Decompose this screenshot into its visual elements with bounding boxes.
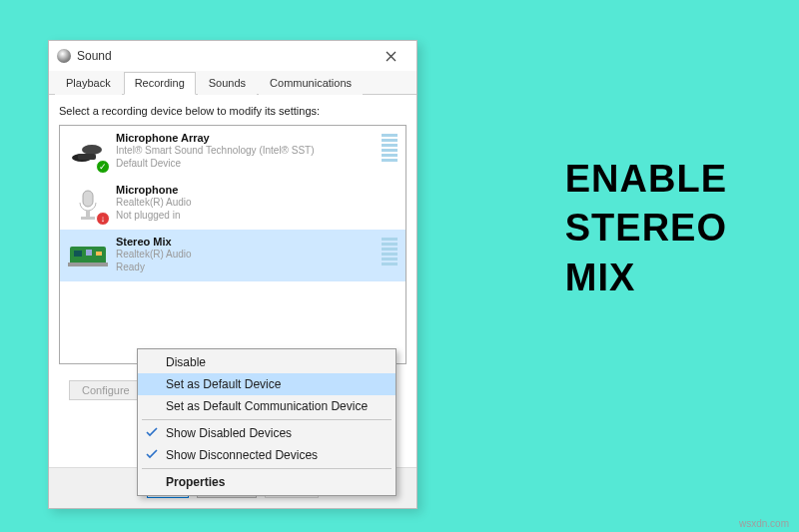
svg-rect-5 (81, 217, 95, 220)
mic-array-icon: ✓ (68, 132, 108, 172)
side-line1: ENABLE (565, 155, 727, 204)
check-badge-icon: ✓ (96, 160, 110, 174)
device-mic-array[interactable]: ✓ Microphone Array Intel® Smart Sound Te… (60, 126, 405, 178)
device-status: Ready (116, 261, 374, 273)
checkmark-icon (146, 448, 158, 460)
menu-label: Show Disabled Devices (166, 426, 292, 440)
menu-properties[interactable]: Properties (138, 471, 396, 493)
device-status: Default Device (116, 157, 374, 170)
watermark: wsxdn.com (739, 518, 789, 529)
svg-rect-8 (86, 250, 92, 256)
svg-rect-9 (96, 252, 102, 256)
svg-point-1 (82, 145, 102, 155)
sound-dialog: Sound Playback Recording Sounds Communic… (48, 40, 417, 509)
menu-show-disconnected[interactable]: Show Disconnected Devices (138, 444, 396, 466)
menu-set-default-comm-device[interactable]: Set as Default Communication Device (138, 395, 396, 417)
menu-set-default-device[interactable]: Set as Default Device (138, 373, 396, 395)
tab-playback[interactable]: Playback (55, 72, 122, 95)
titlebar[interactable]: Sound (49, 41, 416, 71)
device-subtitle: Intel® Smart Sound Technology (Intel® SS… (116, 144, 374, 157)
soundcard-icon (68, 236, 108, 275)
side-caption: ENABLE STEREO MIX (565, 155, 727, 302)
unplugged-badge-icon: ↓ (96, 212, 110, 226)
menu-label: Show Disconnected Devices (166, 448, 318, 462)
tab-communications[interactable]: Communications (259, 72, 363, 95)
menu-separator (142, 419, 392, 420)
app-icon (57, 49, 71, 63)
device-name: Microphone (116, 184, 398, 196)
svg-rect-2 (78, 154, 96, 160)
device-name: Microphone Array (116, 132, 374, 144)
close-icon (386, 51, 397, 62)
device-stereo-mix[interactable]: Stereo Mix Realtek(R) Audio Ready (60, 230, 405, 281)
context-menu: Disable Set as Default Device Set as Def… (137, 348, 397, 496)
checkmark-icon (146, 426, 158, 438)
level-meter-icon (382, 236, 398, 266)
side-line3: MIX (565, 254, 727, 302)
menu-separator (142, 468, 392, 469)
tab-strip: Playback Recording Sounds Communications (49, 71, 416, 95)
level-meter-icon (382, 132, 398, 162)
device-microphone[interactable]: ↓ Microphone Realtek(R) Audio Not plugge… (60, 178, 405, 230)
configure-button[interactable]: Configure (69, 380, 143, 400)
device-subtitle: Realtek(R) Audio (116, 248, 374, 261)
svg-rect-7 (74, 251, 82, 257)
svg-rect-10 (68, 263, 108, 266)
device-name: Stereo Mix (116, 236, 374, 248)
menu-disable[interactable]: Disable (138, 351, 396, 373)
device-subtitle: Realtek(R) Audio (116, 196, 398, 209)
device-status: Not plugged in (116, 209, 398, 222)
window-title: Sound (77, 49, 112, 63)
tab-sounds[interactable]: Sounds (198, 72, 257, 95)
menu-show-disabled[interactable]: Show Disabled Devices (138, 422, 396, 444)
tab-recording[interactable]: Recording (124, 72, 196, 95)
close-button[interactable] (373, 45, 408, 67)
svg-rect-4 (86, 211, 90, 217)
microphone-icon: ↓ (68, 184, 108, 224)
side-line2: STEREO (565, 204, 727, 253)
device-list[interactable]: ✓ Microphone Array Intel® Smart Sound Te… (59, 125, 406, 364)
instruction-text: Select a recording device below to modif… (59, 105, 406, 117)
svg-rect-3 (83, 191, 93, 207)
tab-content: Select a recording device below to modif… (49, 95, 416, 467)
